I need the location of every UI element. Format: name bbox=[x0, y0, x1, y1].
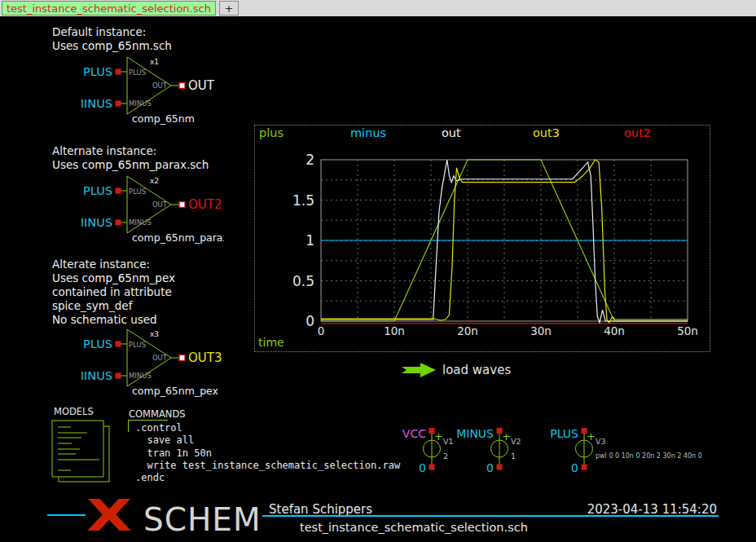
source-value: pwl 0 0 10n 0 20n 2 30n 2 40n 0 bbox=[596, 452, 702, 460]
x-tick-label: 10n bbox=[384, 324, 405, 337]
out-pin-box[interactable] bbox=[179, 83, 185, 89]
net-label-out2[interactable]: OUT2 bbox=[188, 197, 222, 212]
gnd-label[interactable]: 0 bbox=[571, 461, 578, 474]
x-tick-label: 20n bbox=[457, 324, 478, 337]
net-label-minus[interactable]: MINUS bbox=[81, 97, 112, 110]
instance-designator: x2 bbox=[150, 177, 159, 185]
xschem-logo-text: SCHEM bbox=[143, 504, 262, 535]
source-bottom-pin[interactable] bbox=[429, 465, 435, 470]
gnd-label[interactable]: 0 bbox=[486, 461, 494, 474]
net-label-minus[interactable]: MINUS bbox=[81, 369, 112, 382]
y-tick-label: 2 bbox=[305, 152, 314, 168]
minus-pin-box[interactable] bbox=[116, 373, 121, 379]
net-label-plus[interactable]: PLUS bbox=[83, 65, 112, 78]
schematic-canvas[interactable]: Default instance: Uses comp_65nm.sch PLU… bbox=[0, 16, 756, 542]
pin-label-plus: PLUS bbox=[129, 68, 146, 77]
net-label-plus[interactable]: PLUS bbox=[83, 184, 112, 197]
pin-label-plus: PLUS bbox=[129, 187, 146, 196]
voltage-source-v2[interactable]: MINUS + V2 1 0 bbox=[442, 425, 540, 476]
instance1-heading: Default instance: Uses comp_65nm.sch bbox=[52, 25, 172, 53]
symbol-name: comp_65nm_parax bbox=[132, 231, 224, 244]
out-pin-box[interactable] bbox=[179, 202, 185, 208]
legend-minus[interactable]: minus bbox=[350, 126, 386, 139]
minus-pin-box[interactable] bbox=[116, 101, 121, 107]
commands-label: COMMANDS bbox=[129, 408, 186, 420]
schematic-tab[interactable]: test_instance_schematic_selection.sch bbox=[2, 1, 216, 15]
waveform-graph[interactable]: plusminusoutout3out2 010n20n30n40n50n00.… bbox=[254, 125, 710, 352]
y-tick-label: 1.5 bbox=[292, 192, 314, 209]
net-label-out[interactable]: OUT bbox=[188, 78, 215, 93]
comparator-instance-x1[interactable]: PLUS MINUS OUT x1 PLUS OUT MINUS comp_65… bbox=[81, 55, 224, 127]
x-tick-label: 50n bbox=[677, 324, 698, 337]
pin-label-plus: PLUS bbox=[129, 341, 146, 349]
instance-designator: x3 bbox=[150, 330, 159, 338]
net-label-minus[interactable]: MINUS bbox=[81, 216, 112, 229]
y-tick-label: 1 bbox=[305, 232, 314, 249]
title-block-line-left bbox=[47, 514, 86, 516]
source-value: 1 bbox=[511, 452, 516, 460]
x-axis-label: time bbox=[258, 336, 284, 349]
comparator-instance-x3[interactable]: PLUS MINUS OUT3 x3 PLUS OUT MINUS comp_6… bbox=[81, 328, 224, 399]
schematic-filename: test_instance_schematic_selection.sch bbox=[300, 521, 528, 534]
minus-pin-box[interactable] bbox=[116, 220, 121, 226]
net-label-minus[interactable]: MINUS bbox=[456, 427, 494, 440]
models-label: MODELS bbox=[54, 406, 94, 417]
pin-label-out: OUT bbox=[152, 354, 168, 362]
source-designator: V3 bbox=[596, 437, 606, 446]
y-tick-label: 0.5 bbox=[292, 273, 314, 289]
source-bottom-pin[interactable] bbox=[582, 465, 587, 470]
launcher-arrow-icon[interactable] bbox=[402, 362, 439, 378]
source-bottom-pin[interactable] bbox=[497, 465, 503, 470]
plus-pin-box[interactable] bbox=[116, 69, 121, 75]
tab-bar: test_instance_schematic_selection.sch + bbox=[0, 0, 756, 16]
x-tick-label: 30n bbox=[530, 324, 552, 337]
plus-pin-box[interactable] bbox=[116, 342, 121, 347]
legend-out3[interactable]: out3 bbox=[533, 126, 560, 139]
pin-label-out: OUT bbox=[152, 200, 168, 209]
plus-pin-box[interactable] bbox=[116, 188, 121, 194]
instance3-heading: Alterate instance: Uses comp_65nm_pex co… bbox=[52, 258, 175, 327]
net-label-plus[interactable]: PLUS bbox=[83, 337, 112, 350]
pin-label-minus: MINUS bbox=[129, 218, 152, 227]
symbol-name: comp_65nm_pex bbox=[132, 385, 218, 397]
spice-commands-text[interactable]: .control save all tran 1n 50n write test… bbox=[135, 422, 400, 484]
pin-label-minus: MINUS bbox=[129, 99, 152, 108]
new-tab-button[interactable]: + bbox=[219, 1, 239, 15]
x-tick-label: 40n bbox=[604, 324, 625, 337]
pin-label-out: OUT bbox=[152, 82, 168, 90]
instance-designator: x1 bbox=[150, 58, 159, 66]
models-document-icon[interactable] bbox=[49, 419, 117, 487]
net-label-out3[interactable]: OUT3 bbox=[188, 350, 222, 365]
net-label-plus[interactable]: PLUS bbox=[550, 427, 578, 440]
waveform-plot[interactable]: 010n20n30n40n50n00.511.52 bbox=[255, 126, 710, 351]
gnd-label[interactable]: 0 bbox=[419, 461, 426, 474]
title-block-underline bbox=[262, 515, 719, 517]
pin-label-minus: MINUS bbox=[129, 372, 152, 380]
net-label-vcc[interactable]: VCC bbox=[402, 427, 426, 440]
legend-plus[interactable]: plus bbox=[259, 126, 284, 139]
x-tick-label: 0 bbox=[318, 324, 325, 337]
schematic-tab-label: test_instance_schematic_selection.sch bbox=[7, 2, 211, 15]
comparator-instance-x2[interactable]: PLUS MINUS OUT2 x2 PLUS OUT MINUS comp_6… bbox=[81, 174, 224, 246]
instance2-heading: Alternate instance: Uses comp_65nm_parax… bbox=[52, 144, 209, 172]
legend-out2[interactable]: out2 bbox=[624, 126, 651, 139]
source-designator: V2 bbox=[511, 437, 521, 446]
load-waves-launcher[interactable]: load waves bbox=[442, 363, 511, 377]
out-pin-box[interactable] bbox=[179, 355, 185, 361]
voltage-source-v3[interactable]: PLUS + V3 pwl 0 0 10n 0 20n 2 30n 2 40n … bbox=[527, 425, 706, 476]
xschem-logo-x: X bbox=[86, 494, 132, 538]
legend-out[interactable]: out bbox=[442, 126, 461, 139]
y-tick-label: 0 bbox=[305, 313, 314, 329]
symbol-name: comp_65nm bbox=[132, 112, 195, 125]
